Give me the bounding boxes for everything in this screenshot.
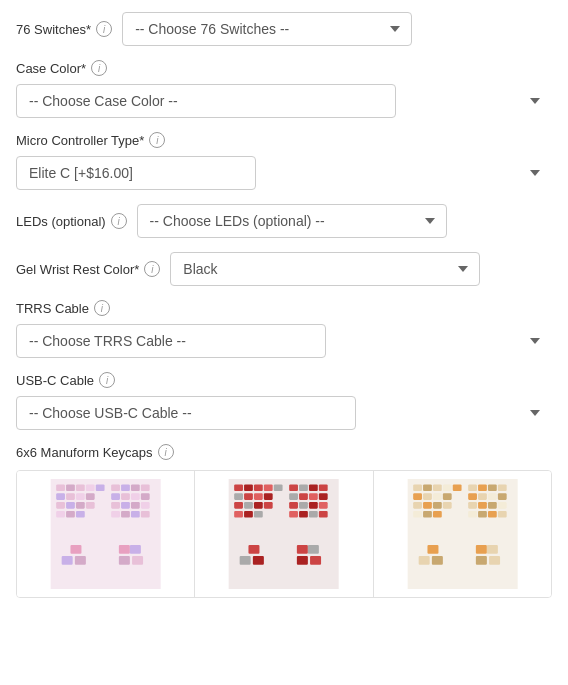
svg-rect-63 (299, 502, 308, 509)
svg-rect-116 (476, 545, 487, 554)
gel-wrist-info-icon[interactable]: i (144, 261, 160, 277)
leds-select[interactable]: -- Choose LEDs (optional) -- (137, 204, 447, 238)
switches-select-wrapper: -- Choose 76 Switches -- (122, 12, 412, 46)
svg-rect-98 (413, 502, 422, 509)
micro-controller-select[interactable]: Elite C [+$16.00] Pro Micro (16, 156, 256, 190)
svg-rect-10 (56, 493, 65, 500)
svg-rect-3 (76, 485, 85, 492)
switches-label-text: 76 Switches* (16, 22, 91, 37)
svg-rect-69 (289, 511, 298, 518)
usbc-cable-row: USB-C Cable i -- Choose USB-C Cable -- (16, 372, 552, 430)
svg-rect-26 (56, 511, 65, 518)
svg-rect-41 (234, 485, 243, 492)
svg-rect-119 (489, 556, 500, 565)
svg-rect-115 (432, 556, 443, 565)
svg-rect-94 (468, 493, 477, 500)
leds-select-wrapper: -- Choose LEDs (optional) -- (137, 204, 447, 238)
svg-rect-95 (478, 493, 487, 500)
svg-rect-34 (62, 556, 73, 565)
usbc-cable-select-wrapper: -- Choose USB-C Cable -- (16, 396, 552, 430)
usbc-cable-select[interactable]: -- Choose USB-C Cable -- (16, 396, 356, 430)
svg-rect-84 (443, 485, 452, 492)
svg-rect-93 (443, 493, 452, 500)
svg-rect-86 (468, 485, 477, 492)
switches-info-icon[interactable]: i (96, 21, 112, 37)
svg-rect-7 (121, 485, 130, 492)
trrs-cable-info-icon[interactable]: i (94, 300, 110, 316)
svg-rect-38 (119, 556, 130, 565)
keycaps-info-icon[interactable]: i (158, 444, 174, 460)
svg-rect-73 (249, 545, 260, 554)
svg-rect-20 (76, 502, 85, 509)
trrs-cable-select-wrapper: -- Choose TRRS Cable -- (16, 324, 552, 358)
keycap-image-beige (382, 479, 543, 589)
svg-rect-42 (244, 485, 253, 492)
svg-rect-36 (119, 545, 130, 554)
gel-wrist-select[interactable]: Black Gray Blue Pink (170, 252, 480, 286)
svg-rect-67 (244, 511, 253, 518)
svg-rect-92 (433, 493, 442, 500)
svg-rect-55 (299, 493, 308, 500)
switches-select[interactable]: -- Choose 76 Switches -- (122, 12, 412, 46)
svg-rect-57 (319, 493, 328, 500)
micro-controller-label: Micro Controller Type* i (16, 132, 552, 148)
svg-rect-66 (234, 511, 243, 518)
svg-rect-35 (75, 556, 86, 565)
svg-rect-59 (244, 502, 253, 509)
svg-rect-22 (111, 502, 120, 509)
keycap-option-red[interactable] (195, 471, 373, 597)
svg-rect-17 (141, 493, 150, 500)
svg-rect-37 (130, 545, 141, 554)
case-color-select-wrapper: -- Choose Case Color -- (16, 84, 552, 118)
usbc-cable-info-icon[interactable]: i (99, 372, 115, 388)
gel-wrist-label: Gel Wrist Rest Color* i (16, 261, 160, 277)
svg-rect-47 (299, 485, 308, 492)
svg-rect-9 (141, 485, 150, 492)
svg-rect-6 (111, 485, 120, 492)
keycap-option-beige[interactable] (374, 471, 551, 597)
svg-rect-43 (254, 485, 263, 492)
trrs-cable-label-text: TRRS Cable (16, 301, 89, 316)
svg-rect-58 (234, 502, 243, 509)
svg-rect-105 (498, 502, 507, 509)
gel-wrist-select-wrapper: Black Gray Blue Pink (170, 252, 480, 286)
svg-rect-48 (309, 485, 318, 492)
case-color-select[interactable]: -- Choose Case Color -- (16, 84, 396, 118)
svg-rect-104 (488, 502, 497, 509)
svg-rect-19 (66, 502, 75, 509)
keycap-image-pink (25, 479, 186, 589)
svg-rect-85 (452, 485, 461, 492)
svg-rect-101 (443, 502, 452, 509)
svg-rect-18 (56, 502, 65, 509)
case-color-info-icon[interactable]: i (91, 60, 107, 76)
svg-rect-111 (488, 511, 497, 518)
svg-rect-49 (319, 485, 328, 492)
svg-rect-81 (413, 485, 422, 492)
svg-rect-28 (76, 511, 85, 518)
micro-controller-info-icon[interactable]: i (149, 132, 165, 148)
micro-controller-select-wrapper: Elite C [+$16.00] Pro Micro (16, 156, 552, 190)
svg-rect-96 (488, 493, 497, 500)
svg-rect-71 (309, 511, 318, 518)
case-color-label: Case Color* i (16, 60, 552, 76)
svg-rect-91 (423, 493, 432, 500)
svg-rect-102 (468, 502, 477, 509)
svg-rect-31 (131, 511, 140, 518)
leds-info-icon[interactable]: i (111, 213, 127, 229)
leds-row: LEDs (optional) i -- Choose LEDs (option… (16, 204, 552, 238)
svg-rect-74 (240, 556, 251, 565)
svg-rect-97 (498, 493, 507, 500)
svg-rect-44 (264, 485, 273, 492)
svg-rect-100 (433, 502, 442, 509)
trrs-cable-select[interactable]: -- Choose TRRS Cable -- (16, 324, 326, 358)
keycap-option-pink[interactable] (17, 471, 195, 597)
micro-controller-row: Micro Controller Type* i Elite C [+$16.0… (16, 132, 552, 190)
svg-rect-16 (131, 493, 140, 500)
svg-rect-78 (297, 556, 308, 565)
svg-rect-77 (308, 545, 319, 554)
leds-label-text: LEDs (optional) (16, 214, 106, 229)
usbc-cable-label: USB-C Cable i (16, 372, 552, 388)
svg-rect-29 (111, 511, 120, 518)
svg-rect-33 (70, 545, 81, 554)
svg-rect-50 (234, 493, 243, 500)
